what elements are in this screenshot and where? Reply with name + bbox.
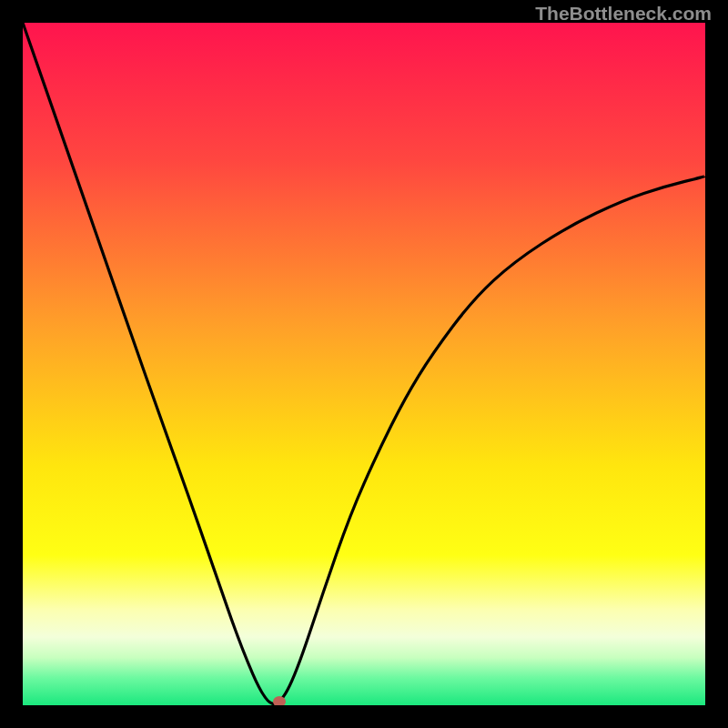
minimum-marker [273, 696, 286, 705]
curve-layer [23, 23, 705, 705]
watermark-text: TheBottleneck.com [535, 3, 712, 25]
bottleneck-curve [23, 23, 705, 703]
chart-container: TheBottleneck.com [0, 0, 728, 728]
plot-area [23, 23, 705, 705]
